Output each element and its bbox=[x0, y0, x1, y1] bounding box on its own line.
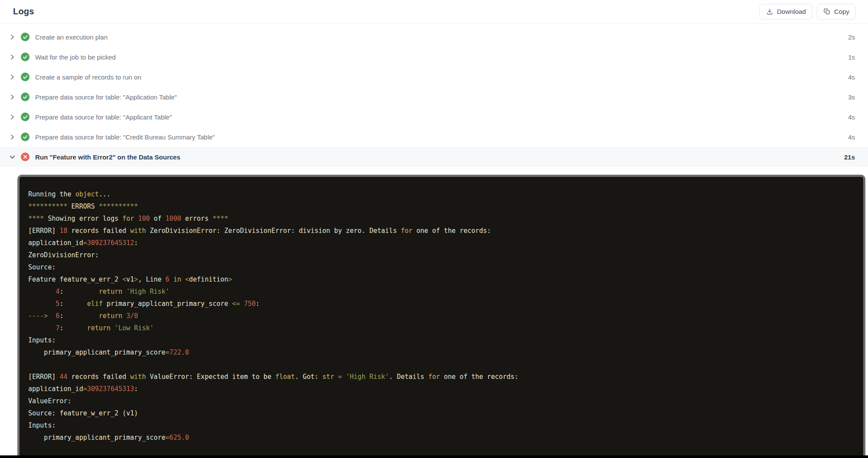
log-step-row[interactable]: Run "Feature with Error2" on the Data So… bbox=[0, 147, 868, 167]
step-duration: 4s bbox=[848, 133, 855, 141]
download-icon bbox=[766, 8, 773, 15]
copy-button[interactable]: Copy bbox=[817, 4, 856, 20]
chevron-right-icon[interactable] bbox=[8, 93, 16, 101]
terminal-line: ValueError: bbox=[28, 395, 855, 407]
step-duration: 3s bbox=[848, 93, 855, 101]
chevron-right-icon[interactable] bbox=[8, 73, 16, 81]
log-step-row[interactable]: Create a sample of records to run on 4s bbox=[0, 67, 868, 87]
step-label: Prepare data source for table: "Credit B… bbox=[35, 133, 215, 141]
log-step-row[interactable]: Prepare data source for table: "Credit B… bbox=[0, 127, 868, 147]
terminal-line: ----> 6: return 3/0 bbox=[28, 310, 855, 322]
logs-header: Logs Download Copy bbox=[0, 0, 868, 23]
terminal-line: Running the object... bbox=[28, 188, 855, 200]
terminal-line: 4: return 'High Risk' bbox=[28, 285, 855, 298]
step-label: Wait for the job to be picked bbox=[35, 53, 116, 61]
success-check-icon bbox=[21, 53, 30, 61]
log-steps-list: Create an execution plan 2s Wait for the… bbox=[0, 23, 868, 167]
error-x-icon bbox=[21, 153, 30, 161]
log-step-row[interactable]: Wait for the job to be picked 1s bbox=[0, 47, 868, 67]
terminal-line: application_id=309237645313: bbox=[28, 383, 855, 395]
terminal-line: 7: return 'Low Risk' bbox=[28, 322, 855, 334]
terminal-line: Inputs: bbox=[28, 419, 855, 431]
log-step-row[interactable]: Prepare data source for table: "Applican… bbox=[0, 107, 868, 127]
step-label: Create a sample of records to run on bbox=[35, 73, 141, 81]
success-check-icon bbox=[21, 113, 30, 121]
step-duration: 2s bbox=[848, 33, 855, 41]
terminal-output[interactable]: Running the object...********** ERRORS *… bbox=[17, 175, 865, 458]
chevron-right-icon[interactable] bbox=[8, 113, 16, 121]
success-check-icon bbox=[21, 133, 30, 141]
terminal-line: application_id=309237645312: bbox=[28, 237, 855, 249]
terminal-line: ZeroDivisionError: bbox=[28, 249, 855, 261]
header-actions: Download Copy bbox=[759, 4, 856, 20]
terminal-line: Source: bbox=[28, 261, 855, 273]
step-duration: 4s bbox=[848, 113, 855, 121]
chevron-right-icon[interactable] bbox=[8, 33, 16, 41]
terminal-line bbox=[28, 358, 855, 371]
chevron-right-icon[interactable] bbox=[8, 53, 16, 61]
success-check-icon bbox=[21, 33, 30, 41]
terminal-line: **** Showing error logs for 100 of 1000 … bbox=[28, 212, 855, 225]
download-button[interactable]: Download bbox=[759, 4, 812, 20]
terminal-line: Source: feature_w_err_2 (v1) bbox=[28, 407, 855, 419]
terminal-line: primary_applicant_primary_score=722.0 bbox=[28, 346, 855, 358]
chevron-right-icon[interactable] bbox=[8, 133, 16, 141]
copy-button-label: Copy bbox=[834, 8, 849, 15]
chevron-down-icon[interactable] bbox=[8, 153, 16, 161]
success-check-icon bbox=[21, 73, 30, 81]
terminal-line: [ERROR] 18 records failed with ZeroDivis… bbox=[28, 225, 855, 237]
success-check-icon bbox=[21, 93, 30, 101]
step-duration: 4s bbox=[848, 73, 855, 81]
terminal-line: Inputs: bbox=[28, 334, 855, 346]
step-duration: 21s bbox=[844, 153, 855, 161]
download-button-label: Download bbox=[777, 8, 806, 15]
log-step-row[interactable]: Create an execution plan 2s bbox=[0, 27, 868, 47]
bottom-edge-bar bbox=[0, 455, 868, 458]
terminal-line: [ERROR] 44 records failed with ValueErro… bbox=[28, 371, 855, 383]
step-label: Prepare data source for table: "Applican… bbox=[35, 113, 172, 121]
terminal-line: primary_applicant_primary_score=625.0 bbox=[28, 431, 855, 444]
step-duration: 1s bbox=[848, 53, 855, 61]
log-step-row[interactable]: Prepare data source for table: "Applicat… bbox=[0, 87, 868, 107]
terminal-line: Feature feature_w_err_2 <v1>, Line 6 in … bbox=[28, 273, 855, 285]
step-label: Prepare data source for table: "Applicat… bbox=[35, 93, 177, 101]
step-label: Run "Feature with Error2" on the Data So… bbox=[35, 153, 180, 161]
copy-icon bbox=[823, 8, 831, 15]
page-title: Logs bbox=[13, 7, 34, 17]
terminal-line: ********** ERRORS ********** bbox=[28, 200, 855, 212]
step-label: Create an execution plan bbox=[35, 33, 108, 41]
terminal-line: 5: elif primary_applicant_primary_score … bbox=[28, 298, 855, 310]
